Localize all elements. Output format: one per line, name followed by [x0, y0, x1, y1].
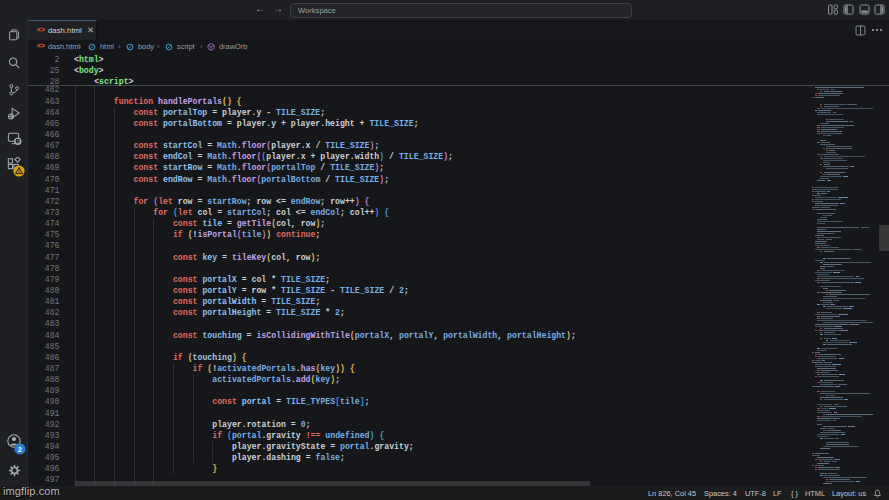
svg-text:2: 2	[18, 445, 22, 454]
svg-text:JS: JS	[16, 139, 21, 144]
